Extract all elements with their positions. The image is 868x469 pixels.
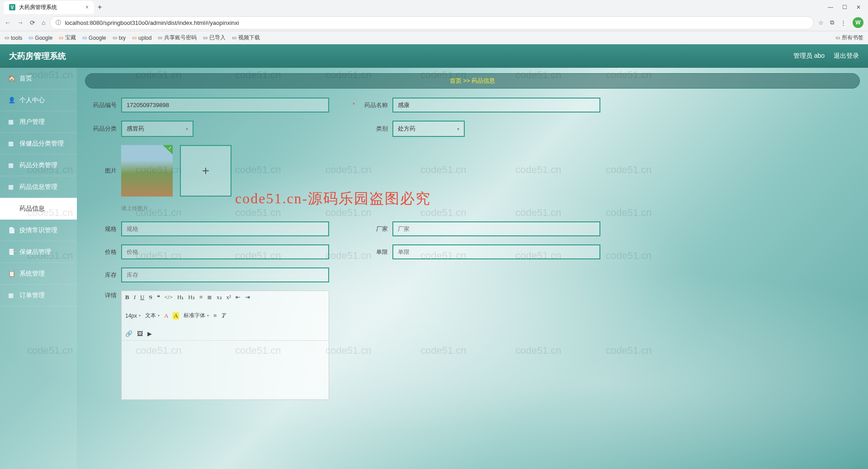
editor-body[interactable]	[122, 341, 329, 399]
highlight-icon[interactable]: A	[173, 312, 179, 319]
profile-avatar[interactable]: W	[853, 17, 863, 28]
forward-icon[interactable]: →	[17, 19, 24, 26]
upload-button[interactable]: +	[180, 145, 231, 197]
window-controls: — ☐ ✕	[828, 4, 864, 10]
detail-label: 详情	[85, 291, 117, 300]
unordered-list-icon[interactable]: ≣	[207, 294, 212, 301]
unit-input[interactable]	[392, 244, 600, 259]
minimize-icon[interactable]: —	[828, 4, 833, 10]
sidebar-item[interactable]: 📋系统管理	[0, 263, 77, 285]
url-text: localhost:8080/springboot310o0/admin/dis…	[65, 19, 239, 26]
menu-icon[interactable]: ⋮	[840, 19, 846, 26]
bookmark-item[interactable]: ▭ tools	[5, 35, 22, 41]
link-icon[interactable]: 🔗	[125, 330, 132, 338]
reload-icon[interactable]: ⟳	[30, 19, 35, 26]
browser-titlebar: V 大药房管理系统 × + — ☐ ✕	[0, 0, 868, 14]
bookmark-item[interactable]: ▭ 视频下载	[232, 34, 260, 42]
sidebar-icon: 📋	[8, 270, 15, 277]
site-info-icon[interactable]: ⓘ	[56, 19, 61, 27]
address-bar: ← → ⟳ ⌂ ⓘ localhost:8080/springboot310o0…	[0, 14, 868, 31]
sidebar-item[interactable]: 🏠首页	[0, 68, 77, 89]
sidebar-item[interactable]: 👤个人中心	[0, 89, 77, 111]
user-label[interactable]: 管理员 abo	[793, 52, 825, 60]
bookmark-item[interactable]: ▭ uplod	[132, 35, 151, 41]
underline-icon[interactable]: U	[140, 294, 144, 301]
subscript-icon[interactable]: x₂	[217, 294, 222, 301]
sidebar-icon: ▦	[8, 292, 15, 299]
name-label: 药品名称	[356, 101, 388, 109]
type-select[interactable]: 处方药 ▾	[392, 121, 465, 137]
bookmark-item[interactable]: ▭ 宝藏	[59, 34, 76, 42]
sidebar-label: 个人中心	[19, 96, 45, 104]
sidebar-item[interactable]: 📑保健品管理	[0, 241, 77, 263]
breadcrumb-home[interactable]: 首页	[450, 77, 462, 84]
std-font-select[interactable]: 标准字体 ▾	[184, 312, 209, 319]
sidebar-item[interactable]: ▦用户管理	[0, 111, 77, 133]
sidebar-icon: 👤	[8, 97, 15, 103]
maker-input[interactable]	[392, 221, 600, 236]
main-content: 首页 >> 药品信息 药品编号 药品名称	[77, 68, 868, 469]
sidebar-item[interactable]: ▦药品信息管理	[0, 176, 77, 198]
sidebar-label: 药品信息	[19, 205, 45, 213]
all-bookmarks[interactable]: ▭ 所有书签	[835, 34, 863, 42]
italic-icon[interactable]: I	[134, 294, 136, 301]
sidebar-icon: ▦	[8, 118, 15, 125]
sidebar-item[interactable]: 药品信息	[0, 198, 77, 220]
back-icon[interactable]: ←	[5, 19, 11, 26]
clear-format-icon[interactable]: T̷	[221, 312, 225, 319]
sidebar-label: 保健品管理	[19, 248, 51, 256]
class-select[interactable]: 感冒药 ▾	[121, 121, 193, 137]
unit-label: 单限	[356, 248, 388, 256]
indent-left-icon[interactable]: ⇤	[236, 294, 241, 301]
maximize-icon[interactable]: ☐	[842, 4, 847, 10]
h1-icon[interactable]: H₁	[177, 294, 184, 301]
ordered-list-icon[interactable]: ≡	[199, 294, 203, 301]
new-tab-button[interactable]: +	[94, 1, 105, 13]
price-input[interactable]	[121, 244, 329, 259]
image-icon[interactable]: 🖼	[137, 330, 143, 338]
tab-close-icon[interactable]: ×	[85, 4, 89, 10]
tab-title: 大药房管理系统	[19, 4, 57, 11]
home-icon[interactable]: ⌂	[42, 19, 45, 26]
bookmark-star-icon[interactable]: ☆	[818, 19, 824, 26]
font-color-icon[interactable]: A	[164, 312, 168, 319]
code-icon[interactable]: </>	[165, 294, 173, 301]
close-window-icon[interactable]: ✕	[856, 4, 861, 10]
sidebar-item[interactable]: ▦药品分类管理	[0, 155, 77, 176]
align-icon[interactable]: ≡	[213, 312, 217, 319]
spec-input[interactable]	[121, 221, 329, 236]
bookmark-item[interactable]: ▭ txy	[113, 35, 126, 41]
class-value: 感冒药	[127, 125, 144, 133]
video-icon[interactable]: ▶	[147, 330, 152, 338]
stock-input[interactable]	[121, 267, 329, 282]
indent-right-icon[interactable]: ⇥	[245, 294, 250, 301]
browser-tab[interactable]: V 大药房管理系统 ×	[4, 1, 94, 14]
breadcrumb-current: 药品信息	[472, 77, 495, 84]
sidebar-icon: ▦	[8, 140, 15, 147]
bold-icon[interactable]: B	[125, 294, 129, 301]
stock-label: 库存	[85, 271, 117, 279]
logout-button[interactable]: 退出登录	[834, 52, 859, 60]
superscript-icon[interactable]: x²	[226, 294, 231, 301]
bookmark-item[interactable]: ▭ 共享账号密码	[158, 34, 197, 42]
name-input[interactable]	[392, 98, 600, 113]
bookmark-item[interactable]: ▭ Google	[28, 35, 52, 41]
editor-toolbar: B I U S ❝ </> H₁ H₂ ≡ ≣ x₂ x² ⇤	[122, 291, 329, 341]
extensions-icon[interactable]: ⧉	[830, 19, 834, 26]
sidebar-item[interactable]: 📄疫情常识管理	[0, 220, 77, 241]
upload-hint: 请上传图片	[121, 205, 860, 212]
code-input[interactable]	[121, 98, 329, 113]
font-size-select[interactable]: 14px ▾	[125, 313, 141, 319]
uploaded-thumbnail[interactable]	[121, 145, 173, 197]
sidebar-label: 疫情常识管理	[19, 226, 57, 234]
sidebar-item[interactable]: ▦订单管理	[0, 285, 77, 306]
app-header: 大药房管理系统 管理员 abo 退出登录	[0, 44, 868, 68]
bookmark-item[interactable]: ▭ Google	[82, 35, 106, 41]
text-select[interactable]: 文本 ▾	[145, 312, 160, 319]
strike-icon[interactable]: S	[149, 294, 152, 301]
h2-icon[interactable]: H₂	[188, 294, 194, 301]
url-input[interactable]: ⓘ localhost:8080/springboot310o0/admin/d…	[50, 16, 814, 29]
quote-icon[interactable]: ❝	[157, 294, 160, 301]
sidebar-item[interactable]: ▦保健品分类管理	[0, 133, 77, 155]
bookmark-item[interactable]: ▭ 已导入	[203, 34, 226, 42]
